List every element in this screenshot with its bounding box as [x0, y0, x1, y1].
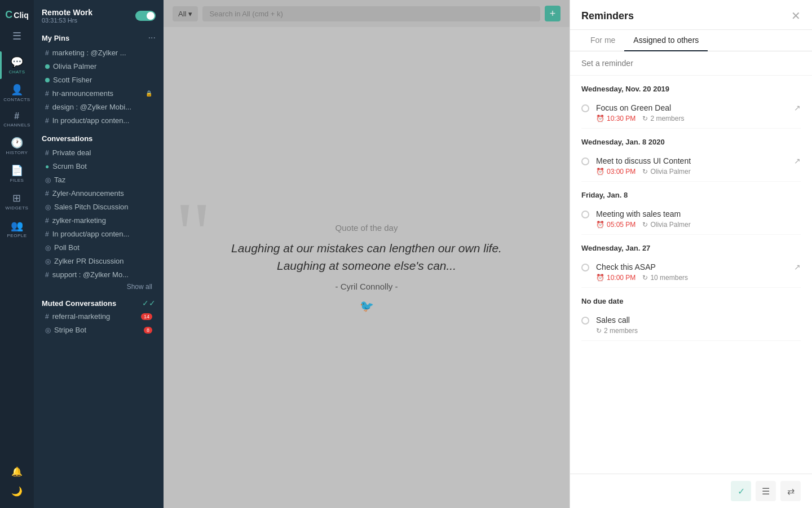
list-icon: ☰	[762, 486, 770, 497]
reminder-item: Focus on Green Deal ⏰ 10:30 PM ↻ 2 membe…	[581, 98, 801, 129]
channel-hash-icon: #	[45, 149, 49, 157]
conv-taz[interactable]: ◎ Taz	[42, 173, 156, 186]
channel-hash-icon: #	[45, 190, 49, 198]
pin-olivia[interactable]: Olivia Palmer	[42, 60, 156, 73]
my-pins-more[interactable]: ···	[148, 33, 156, 43]
search-input[interactable]: Search in All (cmd + k)	[202, 6, 540, 21]
conv-poll-bot[interactable]: ◎ Poll Bot	[42, 241, 156, 254]
clock-icon: ⏰	[596, 168, 604, 176]
reminder-content: Focus on Green Deal ⏰ 10:30 PM ↻ 2 membe…	[596, 103, 794, 122]
reminder-circle[interactable]	[581, 157, 589, 165]
nav-item-files[interactable]: 📄 FILES	[0, 160, 34, 187]
conv-support[interactable]: # support : @Zylker Mo...	[42, 268, 156, 281]
contacts-icon: 👤	[11, 84, 24, 96]
main-content: All ▾ Search in All (cmd + k) + " Quote …	[164, 0, 570, 508]
pin-hr[interactable]: # hr-announcements 🔒	[42, 87, 156, 100]
workspace-name: Remote Work	[42, 8, 92, 17]
group-icon: ◎	[45, 203, 51, 211]
footer-sort-button[interactable]: ⇄	[780, 481, 801, 501]
reminder-text-input[interactable]	[581, 59, 801, 68]
clock-icon: ⏰	[596, 274, 604, 282]
workspace-header: Remote Work 03:31:53 Hrs	[34, 0, 164, 28]
reminder-content: Sales call ↻ 2 members	[596, 316, 801, 335]
date-group-nov20: Wednesday, Nov. 20 2019 Focus on Green D…	[581, 85, 801, 129]
reminder-content: Meet to discuss UI Content ⏰ 03:00 PM ↻ …	[596, 156, 794, 176]
nav-item-widgets[interactable]: ⊞ WIDGETS	[0, 187, 34, 215]
tab-assigned-to-others[interactable]: Assigned to others	[624, 30, 708, 51]
online-indicator	[45, 78, 50, 82]
reminders-footer: ✓ ☰ ⇄	[570, 474, 812, 508]
app-name: Cliq	[14, 11, 28, 20]
reminders-title: Reminders	[581, 10, 634, 29]
reminder-item: Check this ASAP ⏰ 10:00 PM ↻ 10 members …	[581, 257, 801, 288]
reminder-title: Focus on Green Deal	[596, 103, 794, 112]
date-group-fri-jan8: Friday, Jan. 8 Meeting with sales team ⏰…	[581, 191, 801, 235]
pin-marketing[interactable]: # marketing : @Zylker ...	[42, 46, 156, 59]
conv-sales-pitch[interactable]: ◎ Sales Pitch Discussion	[42, 200, 156, 213]
nav-item-people[interactable]: 👥 PEOPLE	[0, 215, 34, 243]
reminder-item: Meet to discuss UI Content ⏰ 03:00 PM ↻ …	[581, 151, 801, 182]
channel-hash-icon: #	[45, 313, 49, 321]
pin-scott[interactable]: Scott Fisher	[42, 73, 156, 86]
history-icon: 🕐	[11, 137, 24, 149]
conv-in-product[interactable]: # In product/app conten...	[42, 227, 156, 240]
chevron-down-icon: ▾	[188, 10, 192, 18]
pin-product[interactable]: # In product/app conten...	[42, 114, 156, 127]
reminder-members: ↻ 2 members	[642, 115, 684, 122]
online-indicator	[45, 64, 50, 69]
external-link-icon[interactable]: ↗	[794, 262, 801, 271]
theme-toggle[interactable]: 🌙	[11, 481, 23, 501]
tab-for-me[interactable]: For me	[581, 30, 624, 51]
reminder-members: ↻ 2 members	[596, 327, 638, 335]
people-icon: 👥	[11, 220, 24, 232]
reminder-content: Check this ASAP ⏰ 10:00 PM ↻ 10 members	[596, 262, 794, 282]
reminder-circle[interactable]	[581, 317, 589, 325]
close-button[interactable]: ✕	[791, 9, 801, 29]
pin-design[interactable]: # design : @Zylker Mobi...	[42, 100, 156, 113]
quote-author: - Cyril Connolly -	[231, 282, 502, 291]
reminder-time: ⏰ 10:30 PM	[596, 115, 636, 122]
search-filter-dropdown[interactable]: All ▾	[173, 6, 198, 21]
remote-work-toggle[interactable]	[135, 11, 156, 21]
muted-referral[interactable]: # referral-marketing 14	[42, 310, 156, 323]
nav-item-contacts[interactable]: 👤 CONTACTS	[0, 79, 34, 107]
app-logo[interactable]: C Cliq	[3, 7, 30, 23]
conv-zyler-announcements[interactable]: # Zyler-Announcements	[42, 187, 156, 200]
conv-scrum-bot[interactable]: ● Scrum Bot	[42, 160, 156, 173]
channel-hash-icon: #	[45, 49, 49, 57]
footer-check-button[interactable]: ✓	[731, 481, 751, 501]
show-all-button[interactable]: Show all	[42, 282, 156, 292]
add-button[interactable]: +	[545, 6, 561, 21]
reminder-circle[interactable]	[581, 104, 589, 112]
reminders-tabs: For me Assigned to others	[570, 30, 812, 51]
conv-zylker-marketing[interactable]: # zylker-marketing	[42, 214, 156, 227]
reminder-input-area[interactable]	[570, 51, 812, 76]
unread-badge: 14	[141, 313, 152, 320]
clock-icon: ⏰	[596, 221, 604, 229]
conv-private-deal[interactable]: # Private deal	[42, 146, 156, 159]
date-group-jan8-2020: Wednesday, Jan. 8 2020 Meet to discuss U…	[581, 138, 801, 182]
muted-stripe-bot[interactable]: ◎ Stripe Bot 8	[42, 323, 156, 336]
reminder-circle[interactable]	[581, 264, 589, 271]
muted-header: Muted Conversations ✓✓	[34, 294, 164, 310]
conv-zylker-pr[interactable]: ◎ Zylker PR Discussion	[42, 255, 156, 268]
reminder-time: ⏰ 10:00 PM	[596, 274, 636, 282]
group-icon: ◎	[45, 176, 51, 184]
reminder-meta: ⏰ 03:00 PM ↻ Olivia Palmer	[596, 168, 794, 176]
channel-hash-icon: #	[45, 217, 49, 225]
nav-item-history[interactable]: 🕐 HISTORY	[0, 132, 34, 160]
external-link-icon[interactable]: ↗	[794, 103, 801, 112]
date-group-jan27: Wednesday, Jan. 27 Check this ASAP ⏰ 10:…	[581, 244, 801, 288]
reminder-circle[interactable]	[581, 211, 589, 218]
external-link-icon[interactable]: ↗	[794, 156, 801, 165]
reminder-title: Sales call	[596, 316, 801, 325]
nav-item-chats[interactable]: 💬 CHATS	[0, 51, 34, 79]
conversations-section: Conversations # Private deal ● Scrum Bot…	[34, 130, 164, 294]
nav-item-channels[interactable]: # CHANNELS	[0, 107, 34, 132]
footer-list-button[interactable]: ☰	[756, 481, 776, 501]
reminder-content: Meeting with sales team ⏰ 05:05 PM ↻ Oli…	[596, 209, 801, 229]
nav-bell[interactable]: 🔔	[11, 462, 23, 481]
reminders-header: Reminders ✕	[570, 0, 812, 30]
hamburger-menu[interactable]: ☰	[10, 28, 24, 45]
date-label: Wednesday, Jan. 8 2020	[581, 138, 801, 146]
